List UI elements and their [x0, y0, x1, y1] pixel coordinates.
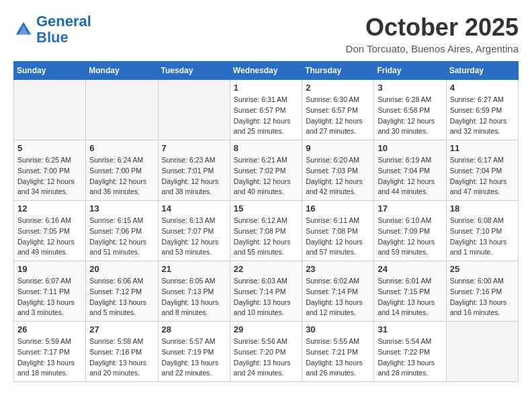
day-info: Sunrise: 6:07 AMSunset: 7:11 PMDaylight:… [17, 276, 82, 318]
day-cell: 28Sunrise: 5:57 AMSunset: 7:19 PMDayligh… [158, 322, 230, 382]
day-cell [158, 80, 230, 140]
day-cell: 31Sunrise: 5:54 AMSunset: 7:22 PMDayligh… [374, 322, 446, 382]
location: Don Torcuato, Buenos Aires, Argentina [346, 43, 519, 54]
day-number: 6 [89, 143, 154, 153]
day-cell: 9Sunrise: 6:20 AMSunset: 7:03 PMDaylight… [302, 140, 374, 201]
day-number: 13 [89, 203, 154, 214]
day-cell: 15Sunrise: 6:12 AMSunset: 7:08 PMDayligh… [230, 201, 302, 261]
day-info: Sunrise: 6:27 AMSunset: 6:59 PMDaylight:… [450, 95, 515, 137]
weekday-header-saturday: Saturday [446, 62, 518, 80]
weekday-header-wednesday: Wednesday [230, 62, 302, 80]
day-number: 4 [450, 83, 515, 93]
day-info: Sunrise: 5:56 AMSunset: 7:20 PMDaylight:… [234, 336, 298, 379]
day-number: 21 [162, 264, 226, 274]
day-cell: 20Sunrise: 6:06 AMSunset: 7:12 PMDayligh… [86, 261, 158, 322]
day-number: 29 [234, 324, 298, 334]
day-cell: 18Sunrise: 6:08 AMSunset: 7:10 PMDayligh… [446, 201, 518, 261]
day-info: Sunrise: 6:30 AMSunset: 6:57 PMDaylight:… [306, 95, 370, 137]
day-info: Sunrise: 5:59 AMSunset: 7:17 PMDaylight:… [17, 336, 82, 379]
day-cell: 26Sunrise: 5:59 AMSunset: 7:17 PMDayligh… [14, 322, 86, 382]
day-cell: 8Sunrise: 6:21 AMSunset: 7:02 PMDaylight… [230, 140, 302, 201]
day-cell [86, 80, 158, 140]
day-info: Sunrise: 6:15 AMSunset: 7:06 PMDaylight:… [89, 216, 154, 258]
weekday-header-monday: Monday [86, 62, 158, 80]
day-number: 2 [306, 83, 370, 93]
day-cell: 14Sunrise: 6:13 AMSunset: 7:07 PMDayligh… [158, 201, 230, 261]
day-info: Sunrise: 6:28 AMSunset: 6:58 PMDaylight:… [378, 95, 442, 137]
day-cell: 25Sunrise: 6:00 AMSunset: 7:16 PMDayligh… [446, 261, 518, 322]
day-number: 28 [162, 324, 226, 334]
day-info: Sunrise: 6:01 AMSunset: 7:15 PMDaylight:… [378, 276, 442, 318]
day-info: Sunrise: 6:06 AMSunset: 7:12 PMDaylight:… [89, 276, 154, 318]
day-cell: 17Sunrise: 6:10 AMSunset: 7:09 PMDayligh… [374, 201, 446, 261]
month-title: October 2025 [346, 13, 519, 42]
day-cell: 30Sunrise: 5:55 AMSunset: 7:21 PMDayligh… [302, 322, 374, 382]
day-number: 15 [234, 203, 298, 214]
day-cell: 29Sunrise: 5:56 AMSunset: 7:20 PMDayligh… [230, 322, 302, 382]
day-number: 31 [378, 324, 442, 334]
day-cell: 19Sunrise: 6:07 AMSunset: 7:11 PMDayligh… [14, 261, 86, 322]
day-info: Sunrise: 6:16 AMSunset: 7:05 PMDaylight:… [17, 216, 82, 258]
title-block: October 2025 Don Torcuato, Buenos Aires,… [346, 13, 519, 54]
logo-text: General Blue [36, 13, 91, 46]
weekday-header-sunday: Sunday [14, 62, 86, 80]
day-info: Sunrise: 6:13 AMSunset: 7:07 PMDaylight:… [162, 216, 226, 258]
day-number: 18 [450, 203, 515, 214]
weekday-header-thursday: Thursday [302, 62, 374, 80]
day-info: Sunrise: 5:54 AMSunset: 7:22 PMDaylight:… [378, 336, 442, 379]
day-number: 20 [89, 264, 154, 274]
calendar: SundayMondayTuesdayWednesdayThursdayFrid… [13, 61, 519, 382]
day-cell: 12Sunrise: 6:16 AMSunset: 7:05 PMDayligh… [14, 201, 86, 261]
day-info: Sunrise: 6:25 AMSunset: 7:00 PMDaylight:… [17, 155, 82, 197]
day-number: 14 [162, 203, 226, 214]
day-number: 25 [450, 264, 515, 274]
day-number: 22 [234, 264, 298, 274]
day-number: 3 [378, 83, 442, 93]
page-header: General Blue October 2025 Don Torcuato, … [13, 13, 519, 54]
day-number: 19 [17, 264, 82, 274]
day-cell: 4Sunrise: 6:27 AMSunset: 6:59 PMDaylight… [446, 80, 518, 140]
day-info: Sunrise: 6:10 AMSunset: 7:09 PMDaylight:… [378, 216, 442, 258]
day-cell [14, 80, 86, 140]
week-row-3: 12Sunrise: 6:16 AMSunset: 7:05 PMDayligh… [14, 201, 519, 261]
day-info: Sunrise: 6:12 AMSunset: 7:08 PMDaylight:… [234, 216, 298, 258]
weekday-header-row: SundayMondayTuesdayWednesdayThursdayFrid… [14, 62, 519, 80]
day-cell: 2Sunrise: 6:30 AMSunset: 6:57 PMDaylight… [302, 80, 374, 140]
day-info: Sunrise: 6:17 AMSunset: 7:04 PMDaylight:… [450, 155, 515, 197]
week-row-4: 19Sunrise: 6:07 AMSunset: 7:11 PMDayligh… [14, 261, 519, 322]
weekday-header-tuesday: Tuesday [158, 62, 230, 80]
weekday-header-friday: Friday [374, 62, 446, 80]
day-info: Sunrise: 5:55 AMSunset: 7:21 PMDaylight:… [306, 336, 370, 379]
day-cell: 13Sunrise: 6:15 AMSunset: 7:06 PMDayligh… [86, 201, 158, 261]
day-cell: 22Sunrise: 6:03 AMSunset: 7:14 PMDayligh… [230, 261, 302, 322]
day-info: Sunrise: 6:19 AMSunset: 7:04 PMDaylight:… [378, 155, 442, 197]
day-info: Sunrise: 6:03 AMSunset: 7:14 PMDaylight:… [234, 276, 298, 318]
day-info: Sunrise: 6:31 AMSunset: 6:57 PMDaylight:… [234, 95, 298, 137]
day-number: 10 [378, 143, 442, 153]
day-info: Sunrise: 6:00 AMSunset: 7:16 PMDaylight:… [450, 276, 515, 318]
day-cell: 6Sunrise: 6:24 AMSunset: 7:00 PMDaylight… [86, 140, 158, 201]
day-info: Sunrise: 6:21 AMSunset: 7:02 PMDaylight:… [234, 155, 298, 197]
week-row-1: 1Sunrise: 6:31 AMSunset: 6:57 PMDaylight… [14, 80, 519, 140]
day-number: 27 [89, 324, 154, 334]
day-number: 26 [17, 324, 82, 334]
day-number: 8 [234, 143, 298, 153]
day-cell: 16Sunrise: 6:11 AMSunset: 7:08 PMDayligh… [302, 201, 374, 261]
day-info: Sunrise: 6:05 AMSunset: 7:13 PMDaylight:… [162, 276, 226, 318]
day-info: Sunrise: 5:57 AMSunset: 7:19 PMDaylight:… [162, 336, 226, 379]
day-info: Sunrise: 6:24 AMSunset: 7:00 PMDaylight:… [89, 155, 154, 197]
day-info: Sunrise: 6:02 AMSunset: 7:14 PMDaylight:… [306, 276, 370, 318]
day-info: Sunrise: 6:20 AMSunset: 7:03 PMDaylight:… [306, 155, 370, 197]
day-number: 16 [306, 203, 370, 214]
day-info: Sunrise: 6:11 AMSunset: 7:08 PMDaylight:… [306, 216, 370, 258]
day-cell: 21Sunrise: 6:05 AMSunset: 7:13 PMDayligh… [158, 261, 230, 322]
week-row-5: 26Sunrise: 5:59 AMSunset: 7:17 PMDayligh… [14, 322, 519, 382]
day-cell [446, 322, 518, 382]
day-cell: 5Sunrise: 6:25 AMSunset: 7:00 PMDaylight… [14, 140, 86, 201]
day-info: Sunrise: 5:58 AMSunset: 7:18 PMDaylight:… [89, 336, 154, 379]
day-info: Sunrise: 6:23 AMSunset: 7:01 PMDaylight:… [162, 155, 226, 197]
day-number: 11 [450, 143, 515, 153]
logo: General Blue [13, 13, 91, 46]
day-cell: 1Sunrise: 6:31 AMSunset: 6:57 PMDaylight… [230, 80, 302, 140]
day-cell: 27Sunrise: 5:58 AMSunset: 7:18 PMDayligh… [86, 322, 158, 382]
